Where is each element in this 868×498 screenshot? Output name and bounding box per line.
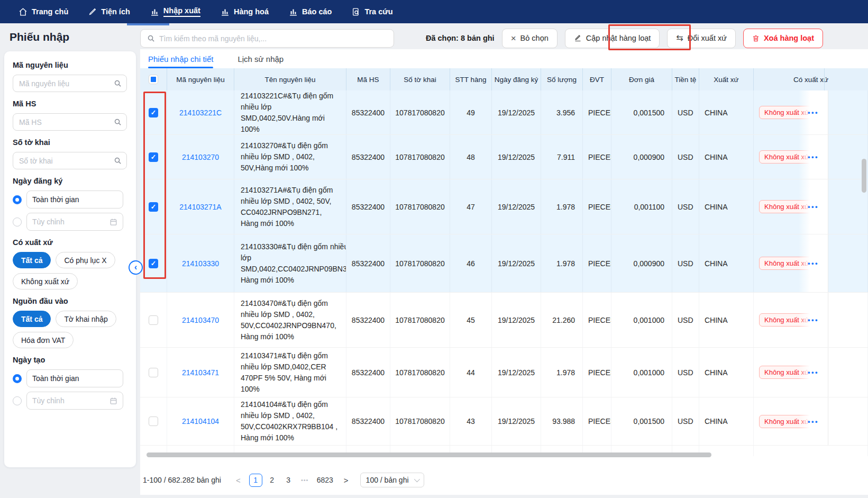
all-time-option[interactable]: Toàn thời gian	[26, 369, 123, 387]
row-more-actions-button[interactable]: •••	[808, 418, 819, 425]
change-origin-button-label: Đổi xuất xứ	[688, 34, 727, 42]
radio-unselected-icon[interactable]	[13, 218, 22, 227]
cell-8: PIECES	[583, 234, 611, 292]
custom-date-option[interactable]: Tùy chỉnh	[26, 392, 123, 410]
cell-11: CHINA	[699, 179, 754, 234]
bar-chart-icon	[289, 7, 298, 16]
filter-search-input[interactable]	[19, 157, 111, 165]
cell-9: 0,001100	[611, 179, 672, 234]
cell-1: 214103271A	[167, 179, 234, 234]
all-time-option[interactable]: Toàn thời gian	[26, 191, 123, 209]
cell-4: 107817080820	[390, 179, 450, 234]
material-code-link[interactable]: 214103270	[182, 153, 219, 161]
table-row[interactable]: ✓214103270214103270#&Tụ điện gốm nhiều l…	[140, 135, 868, 179]
cell-6: 19/12/2025	[492, 179, 541, 234]
select-all-checkbox[interactable]	[149, 75, 158, 84]
cell-10: USD	[672, 293, 699, 347]
column-header-9: Đơn giá	[611, 68, 672, 90]
radio-selected-icon[interactable]	[13, 374, 22, 383]
page-number-3[interactable]: 3	[282, 474, 295, 487]
filter-search-field[interactable]	[13, 152, 127, 169]
tab-phiếu-nhập-chi-tiết[interactable]: Phiếu nhập chi tiết	[148, 49, 213, 68]
material-code-link[interactable]: 214104104	[182, 417, 219, 425]
filter-search-input[interactable]	[19, 118, 111, 126]
column-header-4: Số tờ khai	[390, 68, 450, 90]
radio-unselected-icon[interactable]	[13, 396, 22, 405]
row-checkbox[interactable]: ✓	[149, 108, 158, 117]
row-more-actions-button[interactable]: •••	[808, 108, 819, 116]
cell-1: 214103270	[167, 135, 234, 179]
nav-item-nhập-xuất[interactable]: Nhập xuất	[150, 0, 200, 23]
page-number-1[interactable]: 1	[249, 474, 262, 487]
material-code-link[interactable]: 214103471	[182, 368, 219, 377]
table-row[interactable]: 214103471214103471#&Tụ điện gốm nhiều lớ…	[140, 348, 868, 397]
row-more-actions-button[interactable]: •••	[808, 203, 819, 211]
row-checkbox[interactable]	[149, 315, 158, 325]
row-checkbox[interactable]: ✓	[149, 259, 158, 268]
filter-chip-tờ-khai-nhập[interactable]: Tờ khai nhập	[56, 311, 116, 327]
row-checkbox[interactable]: ✓	[149, 202, 158, 212]
nav-item-hàng-hoá[interactable]: Hàng hoá	[221, 0, 269, 23]
material-code-link[interactable]: 214103330	[182, 259, 219, 268]
bulk-update-button[interactable]: Cập nhật hàng loạt	[565, 29, 660, 48]
search-box[interactable]	[140, 29, 394, 48]
row-checkbox[interactable]: ✓	[149, 152, 158, 162]
cell-0: ✓	[140, 90, 167, 134]
filter-chip-không-xuất-xứ[interactable]: Không xuất xứ	[13, 273, 78, 289]
material-code-link[interactable]: 214103221C	[179, 108, 222, 117]
bulk-delete-button[interactable]: Xoá hàng loạt	[743, 29, 823, 48]
prev-page-button[interactable]: <	[233, 476, 244, 485]
row-more-actions-button[interactable]: •••	[808, 259, 819, 267]
material-code-link[interactable]: 214103470	[182, 316, 219, 324]
row-checkbox[interactable]	[149, 368, 158, 377]
filter-search-field[interactable]	[13, 113, 127, 131]
home-icon	[19, 7, 28, 16]
search-input[interactable]	[159, 34, 387, 43]
filter-search-field[interactable]	[13, 75, 127, 92]
radio-selected-icon[interactable]	[13, 195, 22, 204]
nav-item-label: Trang chủ	[32, 7, 68, 16]
custom-date-option[interactable]: Tùy chỉnh	[26, 213, 123, 231]
table-row[interactable]: ✓214103330214103330#&Tụ điện gốm nhiều l…	[140, 234, 868, 293]
page-number-2[interactable]: 2	[266, 474, 279, 487]
cell-2: 214103270#&Tụ điện gốm nhiều lớp SMD , 0…	[234, 135, 346, 179]
pen-icon	[88, 7, 97, 16]
page-number-6823[interactable]: 6823	[315, 474, 335, 487]
row-more-actions-button[interactable]: •••	[808, 153, 819, 161]
cell-11: CHINA	[699, 135, 754, 179]
material-code-link[interactable]: 214103271A	[179, 203, 221, 211]
nav-item-tra-cứu[interactable]: Tra cứu	[352, 0, 392, 23]
next-page-button[interactable]: >	[341, 476, 352, 485]
table-row[interactable]: ✓214103271A214103271A#&Tụ điện gốm nhiều…	[140, 179, 868, 234]
filter-search-input[interactable]	[19, 79, 111, 88]
table-row[interactable]: ✓214103221C214103221C#&Tụ điện gốm nhiều…	[140, 90, 868, 135]
sidebar-collapse-button[interactable]: ‹	[129, 260, 143, 275]
close-icon: ×	[511, 34, 516, 43]
vertical-scrollbar[interactable]	[862, 159, 866, 193]
cell-4: 107817080820	[390, 234, 450, 292]
column-header-10: Tiền tệ	[672, 68, 699, 90]
nav-item-tiện-ích[interactable]: Tiện ích	[88, 0, 130, 23]
tab-lịch-sử-nhập[interactable]: Lịch sử nhập	[237, 49, 284, 68]
page-size-select[interactable]: 100 / bản ghi	[360, 473, 424, 487]
table-row[interactable]: 214104104214104104#&Tụ điện gốm nhiều lớ…	[140, 397, 868, 446]
cell-9: 0,000900	[611, 135, 672, 179]
nav-item-trang-chủ[interactable]: Trang chủ	[19, 0, 68, 23]
cell-12	[754, 446, 868, 456]
filter-label: Ngày đăng ký	[13, 177, 127, 185]
cell-2: 214103330#&Tụ điện gốm nhiều lớp SMD,040…	[234, 234, 346, 292]
row-more-actions-button[interactable]: •••	[808, 316, 819, 324]
change-origin-button[interactable]: ⇆ Đổi xuất xứ	[667, 29, 736, 48]
row-checkbox[interactable]	[149, 416, 158, 426]
cell-5: 47	[450, 179, 492, 234]
row-more-actions-button[interactable]: •••	[808, 368, 819, 376]
filter-chip-tất-cả[interactable]: Tất cả	[13, 311, 51, 327]
table-row[interactable]: 214103470214103470#&Tụ điện gốm nhiều lớ…	[140, 293, 868, 348]
filter-chip-tất-cả[interactable]: Tất cả	[13, 252, 51, 268]
deselect-button[interactable]: × Bỏ chọn	[502, 29, 558, 48]
filter-chip-có-phụ-lục-x[interactable]: Có phụ lục X	[56, 252, 115, 268]
filter-chip-hóa-đơn-vat[interactable]: Hóa đơn VAT	[13, 332, 74, 348]
horizontal-scrollbar[interactable]	[147, 452, 711, 457]
column-header-5: STT hàng	[450, 68, 492, 90]
nav-item-báo-cáo[interactable]: Báo cáo	[289, 0, 332, 23]
